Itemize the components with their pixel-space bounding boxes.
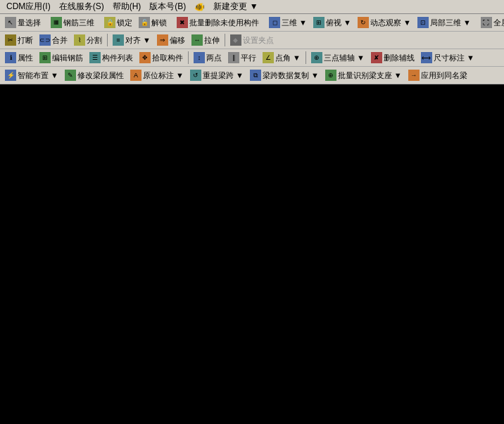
btn-partial-3d-label: 局部三维 ▼ <box>430 18 471 28</box>
btn-parallel-label: 平行 <box>241 53 256 63</box>
top-view-icon: ⊞ <box>313 17 325 28</box>
btn-apply-same-beam[interactable]: → 应用到同名梁 <box>405 68 470 82</box>
partial-3d-icon: ⊡ <box>417 17 429 28</box>
btn-smart-layout-label: 智能布置 ▼ <box>18 70 58 81</box>
btn-fullscreen[interactable]: ⛶ 全屏 <box>478 15 504 30</box>
btn-property[interactable]: ℹ 属性 <box>2 51 36 65</box>
menu-online[interactable]: 在线服务(S) <box>56 0 108 13</box>
edit-rebar-icon: ⊞ <box>39 52 51 63</box>
btn-split[interactable]: ⌇ 分割 <box>71 33 105 47</box>
fullscreen-icon: ⛶ <box>481 17 492 28</box>
btn-three-point-label: 三点辅轴 ▼ <box>324 53 365 63</box>
batch-recognize-icon: ⊕ <box>325 70 336 81</box>
btn-offset[interactable]: ⇒ 偏移 <box>154 33 188 47</box>
btn-smart-layout[interactable]: ⚡ 智能布置 ▼ <box>2 68 61 82</box>
btn-point-angle[interactable]: ∠ 点角 ▼ <box>260 51 303 65</box>
btn-set-grip[interactable]: ◆ 设置夹点 <box>227 33 277 47</box>
split-icon: ⌇ <box>74 34 85 46</box>
btn-unlock[interactable]: 🔓 解锁 <box>136 15 170 30</box>
btn-rebar3d[interactable]: ▦ 钢筋三维 <box>48 15 97 30</box>
component-list-icon: ☰ <box>89 52 101 63</box>
btn-partial-3d[interactable]: ⊡ 局部三维 ▼ <box>415 15 474 30</box>
btn-two-point-label: 两点 <box>206 53 222 63</box>
grip-icon: ◆ <box>230 34 241 46</box>
menu-help[interactable]: 帮助(H) <box>109 0 145 13</box>
menu-version[interactable]: 版本号(B) <box>146 0 189 13</box>
btn-3d[interactable]: ◻ 三维 ▼ <box>266 15 310 30</box>
btn-in-place-label: 原位标注 ▼ <box>143 70 184 81</box>
menu-cdm[interactable]: CDM应用(I) <box>3 0 54 13</box>
btn-modify-beam-prop[interactable]: ✎ 修改梁段属性 <box>62 68 127 82</box>
btn-align-label: 对齐 ▼ <box>125 35 151 46</box>
pick-icon: ✥ <box>139 52 151 63</box>
dimension-icon: ⟷ <box>421 52 432 63</box>
menu-bar: CDM应用(I) 在线服务(S) 帮助(H) 版本号(B) 🐠 新建变更 ▼ <box>0 0 504 14</box>
in-place-icon: A <box>130 70 141 81</box>
btn-batch-recognize[interactable]: ⊕ 批量识别梁支座 ▼ <box>322 68 405 82</box>
btn-re-extract[interactable]: ↺ 重提梁跨 ▼ <box>187 68 246 82</box>
btn-delete-aux-label: 删除辅线 <box>384 53 415 63</box>
delete-aux-icon: ✘ <box>371 52 382 63</box>
btn-top-view-label: 俯视 ▼ <box>326 18 351 28</box>
copy-span-icon: ⧉ <box>250 70 261 81</box>
orbit-icon: ↻ <box>358 17 369 28</box>
lock-icon: 🔒 <box>104 17 115 28</box>
btn-3d-label: 三维 ▼ <box>282 18 307 28</box>
btn-component-list-label: 构件列表 <box>102 53 133 63</box>
smart-layout-icon: ⚡ <box>5 70 16 81</box>
btn-fullscreen-label: 全屏 <box>493 18 504 28</box>
menu-new-change[interactable]: 新建变更 ▼ <box>210 0 261 13</box>
btn-break-label: 打断 <box>18 35 33 46</box>
toolbar-row-4: ⚡ 智能布置 ▼ ✎ 修改梁段属性 A 原位标注 ▼ ↺ 重提梁跨 ▼ ⧉ 梁跨… <box>0 67 504 84</box>
btn-orbit-label: 动态观察 ▼ <box>370 18 411 28</box>
two-point-icon: ↕ <box>194 52 205 63</box>
btn-stretch[interactable]: ↔ 拉伸 <box>189 33 222 47</box>
btn-batch-recognize-label: 批量识别梁支座 ▼ <box>338 70 402 81</box>
merge-icon: ⊂⊃ <box>39 34 51 46</box>
btn-edit-rebar[interactable]: ⊞ 编辑钢筋 <box>37 51 86 65</box>
btn-unlock-label: 解锁 <box>151 18 167 28</box>
offset-icon: ⇒ <box>157 34 168 46</box>
btn-offset-label: 偏移 <box>170 35 185 46</box>
btn-two-point[interactable]: ↕ 两点 <box>191 51 225 65</box>
property-icon: ℹ <box>5 52 16 63</box>
btn-dimension-label: 尺寸标注 ▼ <box>434 53 474 63</box>
btn-merge[interactable]: ⊂⊃ 合并 <box>37 33 70 47</box>
btn-align[interactable]: ≡ 对齐 ▼ <box>110 33 153 47</box>
cursor-icon: ↖ <box>5 17 16 28</box>
stretch-icon: ↔ <box>191 34 203 46</box>
btn-in-place-mark[interactable]: A 原位标注 ▼ <box>127 68 187 82</box>
btn-parallel[interactable]: ∥ 平行 <box>225 51 259 65</box>
btn-copy-span-data[interactable]: ⧉ 梁跨数据复制 ▼ <box>247 68 322 82</box>
btn-pick-label: 拾取构件 <box>152 53 183 63</box>
btn-pick-component[interactable]: ✥ 拾取构件 <box>137 51 186 65</box>
sep-7 <box>225 34 225 46</box>
btn-three-point-axis[interactable]: ⊕ 三点辅轴 ▼ <box>308 51 367 65</box>
three-point-icon: ⊕ <box>311 52 322 63</box>
btn-point-angle-label: 点角 ▼ <box>275 53 301 63</box>
sep-6 <box>107 34 108 46</box>
btn-set-grip-label: 设置夹点 <box>243 35 274 46</box>
btn-component-list[interactable]: ☰ 构件列表 <box>87 51 136 65</box>
rebar3d-icon: ▦ <box>51 17 62 28</box>
btn-orbit[interactable]: ↻ 动态观察 ▼ <box>355 15 414 30</box>
btn-select-label: 量选择 <box>18 18 41 28</box>
batch-delete-icon: ✖ <box>177 17 188 28</box>
btn-modify-beam-label: 修改梁段属性 <box>77 70 124 81</box>
toolbar-row-2: ✂ 打断 ⊂⊃ 合并 ⌇ 分割 ≡ 对齐 ▼ ⇒ 偏移 ↔ 拉伸 ◆ 设置夹点 <box>0 32 504 49</box>
btn-dimension[interactable]: ⟷ 尺寸标注 ▼ <box>418 51 477 65</box>
btn-rebar3d-label: 钢筋三维 <box>63 18 94 28</box>
btn-delete-aux[interactable]: ✘ 删除辅线 <box>368 51 417 65</box>
btn-property-label: 属性 <box>18 53 33 63</box>
btn-select[interactable]: ↖ 量选择 <box>2 15 44 30</box>
toolbar-row-1: ↖ 量选择 ▦ 钢筋三维 🔒 锁定 🔓 解锁 ✖ 批量删除未使用构件 ◻ 三维 … <box>0 14 504 32</box>
parallel-icon: ∥ <box>228 52 239 63</box>
btn-lock[interactable]: 🔒 锁定 <box>101 15 135 30</box>
point-angle-icon: ∠ <box>263 52 274 63</box>
menu-fish-icon[interactable]: 🐠 <box>191 1 208 13</box>
break-icon: ✂ <box>5 34 16 46</box>
btn-top-view[interactable]: ⊞ 俯视 ▼ <box>310 15 354 30</box>
btn-break[interactable]: ✂ 打断 <box>2 33 36 47</box>
btn-batch-delete[interactable]: ✖ 批量删除未使用构件 <box>174 15 262 30</box>
apply-same-beam-icon: → <box>408 70 420 81</box>
